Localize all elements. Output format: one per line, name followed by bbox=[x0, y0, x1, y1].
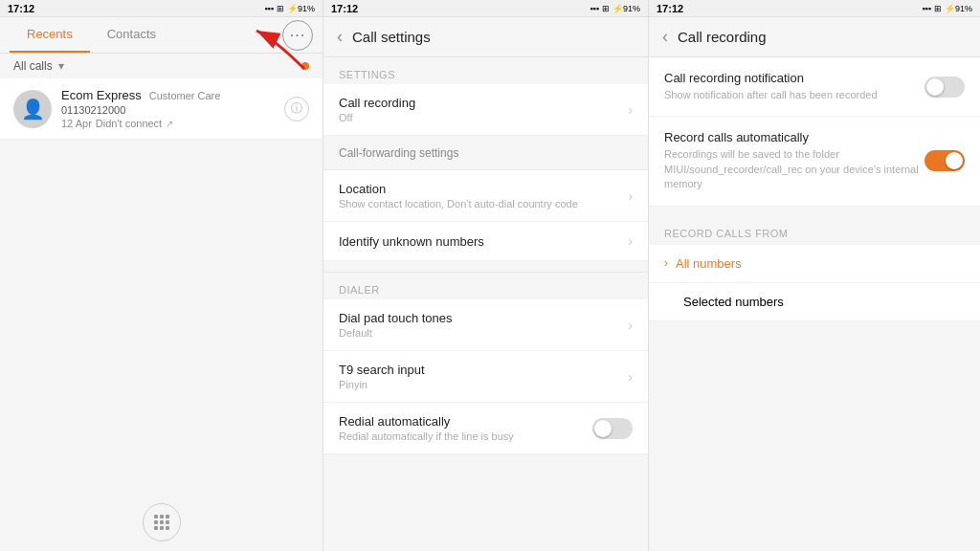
caller-label: Customer Care bbox=[149, 90, 221, 101]
settings-back-button[interactable]: ‹ bbox=[337, 27, 343, 47]
recording-header: ‹ Call recording bbox=[649, 17, 980, 57]
call-recording-sub: Off bbox=[339, 112, 628, 123]
selected-numbers-option[interactable]: Selected numbers bbox=[649, 283, 980, 321]
dialpad-tones-sub: Default bbox=[339, 327, 628, 339]
notification-toggle[interactable] bbox=[924, 77, 965, 98]
dialpad-tones-text: Dial pad touch tones Default bbox=[339, 311, 628, 339]
location-name: Location bbox=[339, 182, 628, 196]
all-numbers-option[interactable]: › All numbers bbox=[649, 245, 980, 283]
status-time-1: 17:12 bbox=[8, 3, 34, 14]
dialpad-tones-name: Dial pad touch tones bbox=[339, 311, 628, 325]
caller-name: Ecom Express bbox=[61, 88, 142, 102]
svg-rect-2 bbox=[160, 515, 164, 518]
battery-icon-1: ⚡91% bbox=[287, 4, 315, 13]
tab-recents[interactable]: Recents bbox=[10, 17, 90, 53]
signal-icon-3: ▪▪▪ bbox=[922, 4, 931, 13]
signal-icon-1: ▪▪▪ bbox=[264, 4, 274, 13]
filter-label[interactable]: All calls bbox=[13, 59, 53, 73]
t9-search-text: T9 search input Pinyin bbox=[339, 363, 628, 390]
location-sub: Show contact location, Don't auto-dial c… bbox=[339, 198, 628, 209]
svg-rect-1 bbox=[154, 515, 158, 518]
auto-record-name: Record calls automatically bbox=[664, 130, 924, 144]
settings-title: Call settings bbox=[352, 29, 431, 45]
t9-search-name: T9 search input bbox=[339, 363, 628, 377]
redial-auto-text: Redial automatically Redial automaticall… bbox=[339, 414, 592, 442]
dialer-section-label: DIALER bbox=[323, 273, 648, 299]
recording-notification-text: Call recording notification Show notific… bbox=[664, 71, 924, 102]
svg-rect-9 bbox=[166, 526, 169, 530]
call-info-icon: ⓘ bbox=[284, 97, 309, 121]
redial-auto-toggle[interactable] bbox=[592, 418, 633, 439]
outgoing-call-icon: ↗ bbox=[166, 119, 173, 129]
call-forwarding-label: Call-forwarding settings bbox=[339, 146, 458, 160]
auto-record-item[interactable]: Record calls automatically Recordings wi… bbox=[649, 117, 980, 206]
svg-rect-7 bbox=[154, 526, 158, 530]
recording-notification-sub: Show notification after call has been re… bbox=[664, 88, 924, 102]
recording-notification-item[interactable]: Call recording notification Show notific… bbox=[649, 57, 980, 117]
dialpad-tones-arrow-icon: › bbox=[628, 318, 633, 333]
auto-record-sub: Recordings will be saved to the folder M… bbox=[664, 147, 924, 191]
notification-dot bbox=[301, 62, 309, 70]
location-arrow-icon: › bbox=[628, 188, 633, 204]
wifi-icon-2: ⊞ bbox=[602, 4, 610, 13]
identify-unknown-name: Identify unknown numbers bbox=[339, 234, 628, 249]
location-text: Location Show contact location, Don't au… bbox=[339, 182, 628, 209]
settings-section-label: SETTINGS bbox=[323, 57, 648, 84]
t9-search-arrow-icon: › bbox=[628, 369, 633, 385]
battery-icon-3: ⚡91% bbox=[945, 4, 972, 13]
status-time-2: 17:12 bbox=[331, 3, 358, 14]
recording-title: Call recording bbox=[678, 29, 767, 45]
identify-unknown-item[interactable]: Identify unknown numbers › bbox=[323, 222, 648, 261]
recording-back-button[interactable]: ‹ bbox=[662, 27, 668, 47]
call-info: Ecom Express Customer Care 01130212000 1… bbox=[61, 88, 284, 129]
avatar: 👤 bbox=[13, 90, 52, 128]
call-action-button[interactable]: ⓘ bbox=[284, 97, 309, 121]
call-recording-text: Call recording Off bbox=[339, 96, 628, 123]
tab-bar: Recents Contacts ··· bbox=[0, 17, 323, 54]
svg-rect-3 bbox=[166, 515, 169, 518]
recents-panel: Recents Contacts ··· All calls ▾ 👤 Ecom … bbox=[0, 17, 323, 551]
selected-numbers-label: Selected numbers bbox=[683, 295, 784, 309]
svg-rect-6 bbox=[166, 520, 169, 524]
t9-search-item[interactable]: T9 search input Pinyin › bbox=[323, 351, 648, 403]
wifi-icon-1: ⊞ bbox=[277, 4, 284, 13]
wifi-icon-3: ⊞ bbox=[934, 4, 942, 13]
call-date: 12 Apr Didn't connect ↗ bbox=[61, 118, 284, 129]
recording-notification-name: Call recording notification bbox=[664, 71, 924, 85]
svg-rect-8 bbox=[160, 526, 164, 530]
location-item[interactable]: Location Show contact location, Don't au… bbox=[323, 170, 648, 222]
signal-icon-2: ▪▪▪ bbox=[590, 4, 599, 13]
call-settings-panel: ‹ Call settings SETTINGS Call recording … bbox=[323, 17, 649, 551]
tab-contacts[interactable]: Contacts bbox=[90, 17, 173, 53]
dialpad-icon bbox=[152, 513, 171, 532]
call-recording-arrow-icon: › bbox=[628, 102, 633, 118]
dial-pad-button[interactable] bbox=[143, 503, 181, 541]
filter-row: All calls ▾ bbox=[0, 54, 323, 78]
dialpad-tones-item[interactable]: Dial pad touch tones Default › bbox=[323, 299, 648, 351]
redial-auto-sub: Redial automatically if the line is busy bbox=[339, 430, 592, 442]
identify-unknown-text: Identify unknown numbers bbox=[339, 234, 628, 249]
settings-header: ‹ Call settings bbox=[323, 17, 648, 57]
call-item[interactable]: 👤 Ecom Express Customer Care 01130212000… bbox=[0, 78, 323, 140]
battery-icon-2: ⚡91% bbox=[612, 4, 640, 13]
all-numbers-arrow-icon: › bbox=[664, 256, 668, 270]
all-numbers-label: All numbers bbox=[676, 256, 742, 271]
call-recording-name: Call recording bbox=[339, 96, 628, 110]
auto-record-toggle[interactable] bbox=[924, 150, 965, 171]
more-options-button[interactable]: ··· bbox=[282, 20, 313, 51]
identify-unknown-arrow-icon: › bbox=[628, 233, 633, 249]
caller-number: 01130212000 bbox=[61, 104, 284, 116]
status-time-3: 17:12 bbox=[657, 3, 683, 14]
call-recording-panel: ‹ Call recording Call recording notifica… bbox=[649, 17, 980, 551]
filter-chevron-icon: ▾ bbox=[58, 59, 64, 73]
redial-auto-name: Redial automatically bbox=[339, 414, 592, 429]
svg-rect-5 bbox=[160, 520, 164, 524]
auto-record-text: Record calls automatically Recordings wi… bbox=[664, 130, 924, 191]
call-recording-item[interactable]: Call recording Off › bbox=[323, 84, 648, 136]
t9-search-sub: Pinyin bbox=[339, 379, 628, 390]
record-calls-from-label: RECORD CALLS FROM bbox=[649, 216, 980, 245]
redial-auto-item[interactable]: Redial automatically Redial automaticall… bbox=[323, 403, 648, 454]
svg-rect-4 bbox=[154, 520, 158, 524]
